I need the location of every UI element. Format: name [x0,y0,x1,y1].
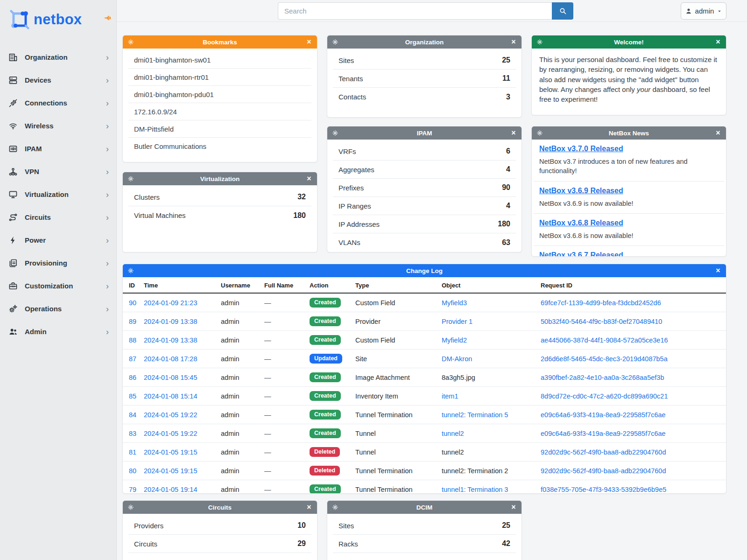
sidebar-item-wireless[interactable]: Wireless› [0,114,116,137]
gear-icon[interactable] [127,504,134,511]
changelog-object-link[interactable]: DM-Akron [442,355,472,363]
table-row: 812024-01-05 19:15admin—DeletedTunneltun… [123,443,726,462]
column-header-full-name: Full Name [264,277,310,293]
changelog-request-id-link[interactable]: a390fbef-2a82-4e10-aa0a-3c268aa5ef3b [541,374,664,381]
changelog-request-id-link[interactable]: 92d02d9c-562f-49f0-baa8-adb22904760d [541,448,666,456]
sidebar-item-label: Virtualization [25,190,106,198]
changelog-time-link[interactable]: 2024-01-05 19:15 [144,448,197,456]
changelog-id-link[interactable]: 87 [129,355,136,363]
close-icon[interactable]: × [715,267,721,274]
close-icon[interactable]: × [715,38,721,46]
bookmark-item[interactable]: dmi01-binghamton-sw01 [128,51,311,69]
gear-icon[interactable] [127,39,134,45]
chevron-right-icon: › [106,122,109,130]
widget-title: IPAM [338,130,510,137]
changelog-request-id-link[interactable]: e09c64a6-93f3-419a-8ea9-229585f7c6ae [541,430,666,437]
sidebar-item-customization[interactable]: Customization› [0,274,116,297]
changelog-id-link[interactable]: 88 [129,336,136,344]
search-button[interactable] [552,2,573,20]
changelog-time-link[interactable]: 2024-01-09 13:38 [144,336,197,344]
sidebar-item-connections[interactable]: Connections› [0,91,116,114]
sidebar-item-devices[interactable]: Devices› [0,69,116,91]
sidebar-item-organization[interactable]: Organization› [0,46,116,69]
changelog-id-link[interactable]: 89 [129,318,136,325]
stat-row: Tenants11 [333,70,516,88]
changelog-time-link[interactable]: 2024-01-09 21:23 [144,299,197,307]
sidebar-item-admin[interactable]: Admin› [0,320,116,343]
changelog-time-link[interactable]: 2024-01-05 19:14 [144,486,197,493]
close-icon[interactable]: × [510,129,517,137]
action-badge: Created [310,298,341,308]
changelog-id-link[interactable]: 83 [129,430,136,437]
news-headline-link[interactable]: NetBox v3.6.9 Released [539,187,623,195]
changelog-object-link[interactable]: item1 [442,392,458,400]
stat-label: Clusters [134,193,160,201]
sidebar-item-vpn[interactable]: VPN› [0,160,116,183]
changelog-request-id-link[interactable]: 2d6d6e8f-5465-45dc-8ec3-2019d4087b5a [541,355,668,363]
changelog-id-link[interactable]: 86 [129,374,136,381]
user-menu-button[interactable]: admin [681,2,726,20]
changelog-time-link[interactable]: 2024-01-05 19:22 [144,411,197,419]
changelog-time-link[interactable]: 2024-01-08 15:14 [144,392,197,400]
changelog-time-link[interactable]: 2024-01-08 17:28 [144,355,197,363]
changelog-object-link[interactable]: Provider 1 [442,318,472,325]
close-icon[interactable]: × [306,504,312,511]
gear-icon[interactable] [332,39,338,45]
bookmark-item[interactable]: Butler Communications [128,138,311,155]
sidebar-item-label: Devices [25,76,106,84]
changelog-request-id-link[interactable]: ae445066-387d-44f1-9084-572a05ce3e16 [541,336,668,344]
news-headline-link[interactable]: NetBox v3.6.7 Released [539,251,623,257]
changelog-request-id-link[interactable]: 69fce7cf-1139-4d99-bfea-f3dcbd2452d6 [541,299,661,307]
changelog-time-link[interactable]: 2024-01-09 13:38 [144,318,197,325]
changelog-time-link[interactable]: 2024-01-05 19:15 [144,467,197,475]
changelog-id-link[interactable]: 81 [129,448,136,456]
close-icon[interactable]: × [306,38,312,46]
bookmark-item[interactable]: dmi01-binghamton-pdu01 [128,86,311,103]
brand[interactable]: netbox [0,0,116,35]
sidebar-item-circuits[interactable]: Circuits› [0,206,116,229]
changelog-object-link[interactable]: Myfield3 [442,299,467,307]
news-headline-link[interactable]: NetBox v3.6.8 Released [539,219,623,227]
changelog-object-link[interactable]: tunnel2: Termination 5 [442,411,508,419]
gear-icon[interactable] [536,130,543,136]
search-input[interactable] [278,2,552,20]
changelog-time-link[interactable]: 2024-01-08 15:45 [144,374,197,381]
close-icon[interactable]: × [715,129,721,137]
search-bar [278,2,573,20]
gear-icon[interactable] [127,267,134,274]
close-icon[interactable]: × [510,38,517,46]
circuits-widget: Circuits × Providers10Circuits29 [122,500,317,560]
sidebar-item-operations[interactable]: Operations› [0,297,116,320]
changelog-id-link[interactable]: 80 [129,467,136,475]
changelog-object-link[interactable]: tunnel1: Termination 3 [442,486,508,493]
sidebar-item-ipam[interactable]: IPAM› [0,137,116,160]
changelog-request-id-link[interactable]: e09c64a6-93f3-419a-8ea9-229585f7c6ae [541,411,666,419]
bookmark-item[interactable]: 172.16.0.9/24 [128,103,311,120]
bookmark-item[interactable]: dmi01-binghamton-rtr01 [128,69,311,86]
changelog-id-link[interactable]: 85 [129,392,136,400]
gear-icon[interactable] [332,130,338,136]
pin-sidebar-icon[interactable] [104,14,112,22]
changelog-id-link[interactable]: 84 [129,411,136,419]
changelog-object-link[interactable]: tunnel2 [442,430,464,437]
changelog-request-id-link[interactable]: 50b32f40-5464-4f9c-b83f-0ef270489410 [541,318,662,325]
close-icon[interactable]: × [306,175,312,182]
changelog-id-link[interactable]: 90 [129,299,136,307]
gear-icon[interactable] [127,175,134,182]
ip-book-icon [8,144,18,154]
gear-icon[interactable] [536,39,543,45]
news-widget-header: NetBox News × [532,126,726,140]
changelog-request-id-link[interactable]: 92d02d9c-562f-49f0-baa8-adb22904760d [541,467,666,475]
changelog-id-link[interactable]: 79 [129,486,136,493]
bookmark-item[interactable]: DM-Pittsfield [128,120,311,138]
news-headline-link[interactable]: NetBox v3.7.0 Released [539,145,623,153]
changelog-object-link[interactable]: Myfield2 [442,336,467,344]
sidebar-item-virtualization[interactable]: Virtualization› [0,183,116,206]
gear-icon[interactable] [332,504,338,511]
changelog-request-id-link[interactable]: f038e755-705e-47f3-9433-5392b9e6b9e5 [541,486,666,493]
close-icon[interactable]: × [510,504,517,511]
changelog-request-id-link[interactable]: 8d9cd72e-cd0c-47c2-a620-dc899a690c21 [541,392,668,400]
sidebar-item-provisioning[interactable]: Provisioning› [0,252,116,274]
sidebar-item-power[interactable]: Power› [0,229,116,252]
changelog-time-link[interactable]: 2024-01-05 19:22 [144,430,197,437]
